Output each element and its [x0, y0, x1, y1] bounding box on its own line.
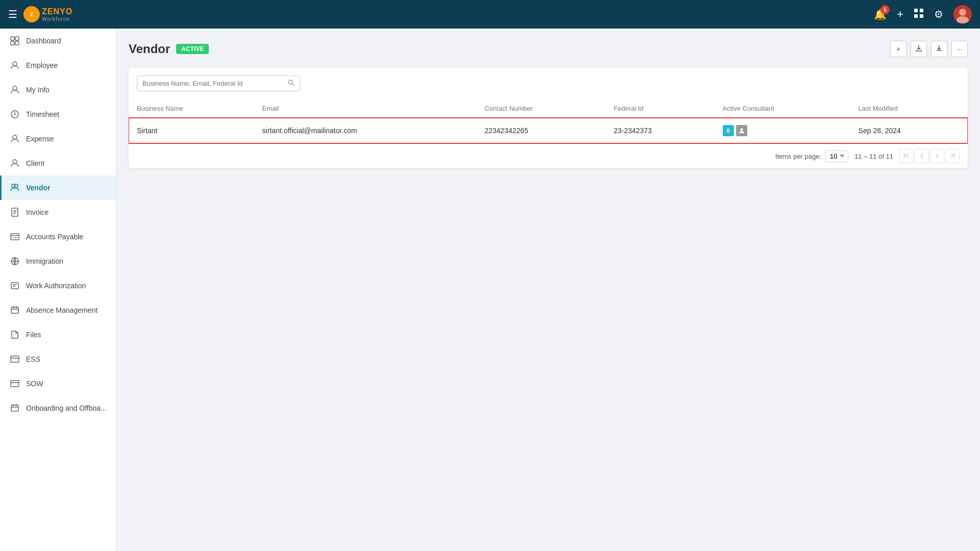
sidebar-label-vendor: Vendor — [26, 184, 50, 192]
cell-contact-number: 22342342265 — [476, 118, 605, 144]
plus-icon: + — [896, 45, 900, 53]
items-per-page: Items per page: 5 10 25 50 — [775, 151, 848, 162]
table-header-row: Business Name Email Contact Number Feder… — [129, 99, 968, 118]
download-button[interactable] — [931, 41, 947, 57]
more-icon: ··· — [957, 45, 963, 53]
page-header: Vendor ACTIVE + — [129, 41, 968, 57]
search-icon — [287, 79, 295, 88]
first-page-button[interactable] — [899, 149, 914, 163]
table-header: Business Name Email Contact Number Feder… — [129, 99, 968, 118]
col-contact-number: Contact Number — [476, 99, 605, 118]
notification-button[interactable]: 🔔 5 — [874, 8, 887, 20]
svg-point-44 — [288, 80, 292, 84]
svg-rect-4 — [914, 14, 918, 18]
export-button[interactable] — [911, 41, 927, 57]
grid-icon[interactable] — [914, 8, 924, 21]
accounts-payable-icon — [10, 232, 20, 242]
svg-rect-2 — [914, 9, 918, 12]
prev-page-button[interactable] — [915, 149, 929, 163]
last-page-button[interactable] — [945, 149, 960, 163]
status-badge: ACTIVE — [176, 44, 209, 54]
download-icon — [936, 45, 943, 54]
logo-text-wrapper: ZENYO Workforce — [42, 7, 72, 22]
sow-icon — [10, 379, 20, 389]
sidebar-item-vendor[interactable]: Vendor — [0, 176, 116, 200]
svg-point-16 — [13, 135, 17, 139]
header-left: ☰ Z ZENYO Workforce — [8, 6, 72, 22]
sidebar-label-sow: SOW — [26, 380, 43, 388]
add-icon[interactable]: + — [897, 8, 903, 21]
sidebar-label-myinfo: My Info — [26, 86, 50, 94]
table-row[interactable]: Sirtant sirtant.official@mailinator.com … — [129, 118, 968, 144]
consultant-icons: 0 — [723, 125, 842, 136]
work-auth-icon — [10, 281, 20, 291]
sidebar-item-files[interactable]: Files — [0, 322, 116, 347]
sidebar-item-work-authorization[interactable]: Work Authorization — [0, 273, 116, 298]
first-page-icon — [903, 153, 910, 160]
sidebar-label-work-authorization: Work Authorization — [26, 282, 86, 290]
sidebar-item-onboarding[interactable]: Onboarding and Offboa... — [0, 396, 116, 420]
sidebar-label-accounts-payable: Accounts Payable — [26, 233, 83, 241]
consultant-person-icon — [736, 125, 747, 136]
gear-icon[interactable]: ⚙ — [934, 8, 943, 20]
svg-rect-38 — [11, 381, 19, 387]
export-icon — [915, 45, 922, 54]
sidebar-item-myinfo[interactable]: My Info — [0, 78, 116, 102]
more-options-button[interactable]: ··· — [951, 41, 968, 57]
page-title: Vendor — [129, 42, 170, 56]
col-active-consultant: Active Consultant — [715, 99, 850, 118]
svg-point-18 — [12, 184, 15, 187]
myinfo-icon — [10, 85, 20, 95]
sidebar-item-accounts-payable[interactable]: Accounts Payable — [0, 224, 116, 249]
next-page-button[interactable] — [930, 149, 944, 163]
sidebar-label-employee: Employee — [26, 61, 58, 69]
invoice-icon — [10, 207, 20, 217]
col-federal-id: Federal Id — [605, 99, 714, 118]
per-page-select[interactable]: 5 10 25 50 — [825, 151, 848, 162]
sidebar-item-client[interactable]: Client — [0, 151, 116, 176]
svg-point-46 — [740, 129, 743, 131]
search-input-wrapper[interactable] — [137, 76, 300, 91]
cell-email: sirtant.official@mailinator.com — [254, 118, 476, 144]
absence-icon — [10, 305, 20, 315]
svg-point-19 — [15, 184, 18, 187]
svg-rect-32 — [11, 307, 18, 313]
add-vendor-button[interactable]: + — [890, 41, 906, 57]
main-container: Dashboard Employee My In — [0, 29, 980, 551]
dashboard-icon — [10, 36, 20, 46]
sidebar-item-absence-management[interactable]: Absence Management — [0, 298, 116, 322]
svg-line-45 — [292, 84, 294, 86]
sidebar-item-timesheet[interactable]: Timesheet — [0, 102, 116, 127]
timesheet-icon — [10, 109, 20, 119]
sidebar-item-invoice[interactable]: Invoice — [0, 200, 116, 224]
svg-rect-10 — [15, 37, 19, 40]
search-input[interactable] — [142, 80, 287, 87]
sidebar-item-dashboard[interactable]: Dashboard — [0, 29, 116, 53]
sidebar-item-ess[interactable]: ESS — [0, 347, 116, 371]
sidebar-label-ess: ESS — [26, 355, 40, 363]
svg-point-13 — [13, 62, 17, 66]
sidebar-label-immigration: Immigration — [26, 257, 63, 265]
sidebar-label-client: Client — [26, 159, 44, 167]
svg-point-17 — [13, 160, 17, 164]
sidebar-item-immigration[interactable]: Immigration — [0, 249, 116, 273]
header-actions: + — [890, 41, 968, 57]
sidebar: Dashboard Employee My In — [0, 29, 116, 551]
hamburger-icon[interactable]: ☰ — [8, 8, 17, 20]
svg-rect-3 — [920, 9, 923, 12]
onboarding-icon — [10, 403, 20, 413]
svg-rect-12 — [15, 41, 19, 45]
client-icon — [10, 158, 20, 168]
sidebar-label-files: Files — [26, 331, 41, 339]
logo-brand: ZENYO — [42, 7, 72, 16]
sidebar-label-absence-management: Absence Management — [26, 306, 97, 314]
col-business-name: Business Name — [129, 99, 254, 118]
sidebar-item-expense[interactable]: Expense — [0, 127, 116, 151]
content-area: Vendor ACTIVE + — [116, 29, 980, 551]
sidebar-item-employee[interactable]: Employee — [0, 53, 116, 78]
table-body: Sirtant sirtant.official@mailinator.com … — [129, 118, 968, 144]
pagination-row: Items per page: 5 10 25 50 11 – 11 of 11 — [129, 143, 968, 168]
immigration-icon — [10, 256, 20, 266]
user-avatar[interactable] — [953, 5, 972, 23]
sidebar-item-sow[interactable]: SOW — [0, 371, 116, 396]
